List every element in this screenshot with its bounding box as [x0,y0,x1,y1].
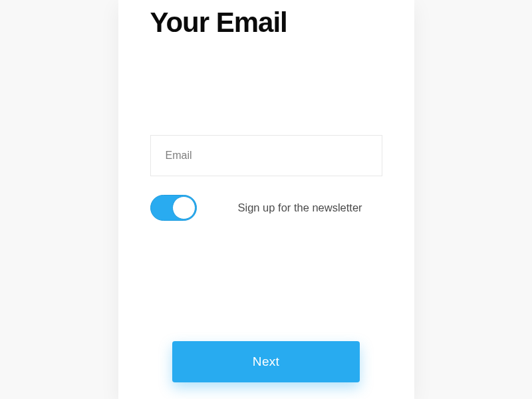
next-button[interactable]: Next [172,341,360,382]
toggle-knob [172,196,196,219]
newsletter-toggle[interactable] [150,195,197,221]
email-field-container [150,135,382,176]
newsletter-row: Sign up for the newsletter [150,195,382,221]
form-card: Your Email Sign up for the newsletter Ne… [118,0,414,399]
newsletter-label: Sign up for the newsletter [238,201,362,214]
email-input[interactable] [166,150,367,162]
page-title: Your Email [150,7,382,39]
